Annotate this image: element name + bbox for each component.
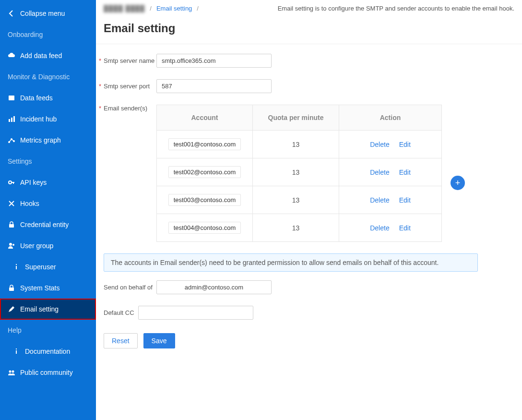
graph-icon <box>8 136 15 144</box>
info-banner: The accounts in Email sender(s) need to … <box>104 253 478 272</box>
quota-cell: 13 <box>253 158 339 186</box>
sidebar-item-incident-hub[interactable]: Incident hub <box>0 108 96 130</box>
svg-rect-15 <box>16 348 17 349</box>
edit-icon <box>8 305 15 313</box>
svg-rect-2 <box>11 118 12 122</box>
breadcrumb-current[interactable]: Email setting <box>156 5 192 12</box>
sidebar-item-superuser[interactable]: Superuser <box>0 256 96 277</box>
lock-icon <box>8 284 15 292</box>
quota-cell: 13 <box>253 214 339 242</box>
table-row: test004@contoso.com13DeleteEdit <box>157 214 442 242</box>
account-chip: test004@contoso.com <box>168 222 241 234</box>
info-icon <box>12 348 20 355</box>
row-smtp-port: Smtp server port <box>104 79 514 93</box>
svg-point-16 <box>9 371 12 373</box>
lock-icon <box>8 221 15 228</box>
delete-link[interactable]: Delete <box>370 141 389 148</box>
row-cc: Default CC <box>104 306 514 320</box>
sidebar-item-label: Metrics graph <box>20 136 61 144</box>
table-row: test003@contoso.com13DeleteEdit <box>157 186 442 214</box>
sidebar-item-label: API keys <box>20 179 47 186</box>
sidebar-item-monitor-diagnostic: Monitor & Diagnostic <box>0 66 96 87</box>
account-chip: test001@contoso.com <box>168 138 241 150</box>
key-icon <box>8 179 15 186</box>
svg-point-7 <box>9 181 12 184</box>
add-sender-button[interactable]: + <box>451 176 465 190</box>
breadcrumb-sep: / <box>197 5 199 12</box>
sidebar: Collapse menu OnboardingAdd data feedMon… <box>0 0 96 420</box>
sidebar-item-api-keys[interactable]: API keys <box>0 172 96 193</box>
sidebar-item-label: User group <box>20 242 53 250</box>
quota-cell: 13 <box>253 186 339 214</box>
sidebar-item-email-setting[interactable]: Email setting <box>0 299 96 320</box>
quota-cell: 13 <box>253 131 339 158</box>
sidebar-item-label: Public community <box>20 369 73 376</box>
sidebar-item-label: Email setting <box>20 305 59 313</box>
row-behalf: Send on behalf of <box>104 280 514 294</box>
svg-point-10 <box>12 244 14 246</box>
collapse-label: Collapse menu <box>20 10 65 17</box>
label-smtp-port: Smtp server port <box>104 83 156 90</box>
sidebar-item-label: Help <box>8 326 22 334</box>
account-chip: test003@contoso.com <box>168 194 241 206</box>
svg-point-17 <box>12 371 14 373</box>
table-row: test001@contoso.com13DeleteEdit <box>157 131 442 158</box>
sidebar-item-label: System Stats <box>20 284 59 292</box>
help-text: Email setting is to configure the SMTP a… <box>278 5 514 12</box>
sidebar-item-hooks[interactable]: Hooks <box>0 193 96 214</box>
save-button[interactable]: Save <box>143 333 175 348</box>
delete-link[interactable]: Delete <box>370 224 389 232</box>
sidebar-item-label: Settings <box>8 157 32 165</box>
edit-link[interactable]: Edit <box>399 141 411 148</box>
sidebar-item-label: Data feeds <box>20 94 53 102</box>
svg-point-9 <box>9 243 12 246</box>
th-account: Account <box>157 105 253 131</box>
svg-rect-11 <box>16 266 17 269</box>
sidebar-item-system-stats[interactable]: System Stats <box>0 277 96 299</box>
chart-icon <box>8 115 15 123</box>
breadcrumb: ████ ████ / Email setting / <box>104 5 199 12</box>
input-smtp-port[interactable] <box>156 79 272 93</box>
sidebar-item-public-community[interactable]: Public community <box>0 362 96 383</box>
breadcrumb-sep: / <box>150 5 152 12</box>
hook-icon <box>8 200 15 207</box>
sidebar-item-data-feeds[interactable]: Data feeds <box>0 87 96 108</box>
input-cc[interactable] <box>138 306 253 320</box>
sidebar-item-credential-entity[interactable]: Credential entity <box>0 214 96 235</box>
sidebar-item-add-data-feed[interactable]: Add data feed <box>0 45 96 66</box>
delete-link[interactable]: Delete <box>370 168 389 176</box>
label-smtp-name: Smtp server name <box>104 57 156 64</box>
sidebar-item-help: Help <box>0 320 96 341</box>
sidebar-item-label: Superuser <box>25 263 56 271</box>
svg-rect-3 <box>13 116 15 122</box>
sidebar-item-documentation[interactable]: Documentation <box>0 341 96 362</box>
sidebar-item-settings: Settings <box>0 151 96 172</box>
sidebar-item-metrics-graph[interactable]: Metrics graph <box>0 130 96 151</box>
edit-link[interactable]: Edit <box>399 168 411 176</box>
sidebar-item-label: Onboarding <box>8 31 43 38</box>
topbar: ████ ████ / Email setting / Email settin… <box>96 0 522 17</box>
community-icon <box>8 369 15 376</box>
page-title: Email setting <box>96 17 522 44</box>
sidebar-item-label: Add data feed <box>20 52 62 60</box>
label-cc: Default CC <box>104 309 138 316</box>
form-area: Smtp server name Smtp server port Email … <box>96 44 522 358</box>
edit-link[interactable]: Edit <box>399 196 411 204</box>
sidebar-item-label: Incident hub <box>20 115 57 123</box>
senders-table: Account Quota per minute Action test001@… <box>156 105 442 242</box>
label-senders: Email sender(s) <box>104 105 156 112</box>
input-behalf[interactable] <box>156 280 272 294</box>
info-icon <box>12 263 20 271</box>
main: ████ ████ / Email setting / Email settin… <box>96 0 522 420</box>
sidebar-item-user-group[interactable]: User group <box>0 235 96 256</box>
row-senders: Email sender(s) Account Quota per minute… <box>104 105 514 242</box>
sidebar-item-label: Hooks <box>20 200 39 207</box>
edit-link[interactable]: Edit <box>399 224 411 232</box>
reset-button[interactable]: Reset <box>104 333 138 348</box>
svg-rect-14 <box>16 350 17 354</box>
table-row: test002@contoso.com13DeleteEdit <box>157 158 442 186</box>
delete-link[interactable]: Delete <box>370 196 389 204</box>
collapse-menu[interactable]: Collapse menu <box>0 3 96 24</box>
input-smtp-name[interactable] <box>156 54 272 68</box>
row-smtp-name: Smtp server name <box>104 54 514 68</box>
